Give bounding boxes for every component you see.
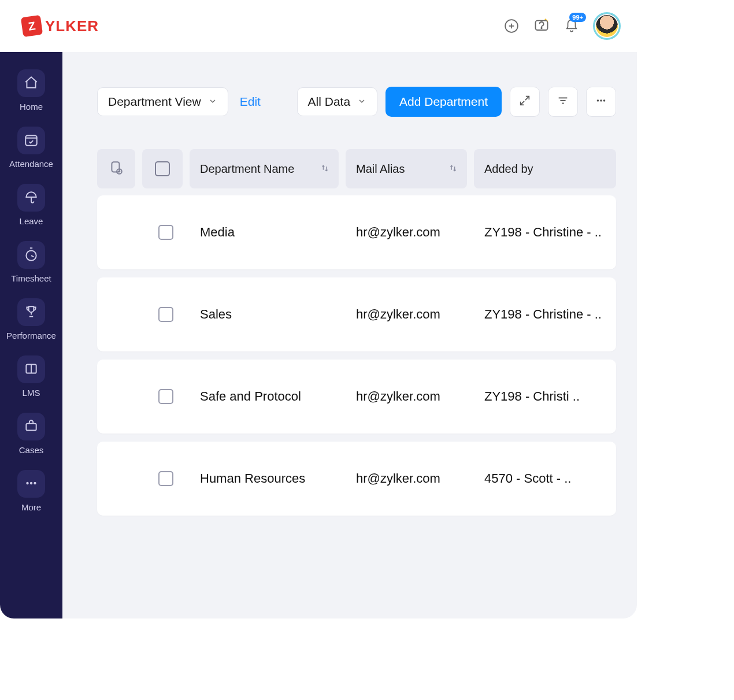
chevron-down-icon xyxy=(357,95,366,109)
sidebar-item-cases[interactable]: Cases xyxy=(3,412,59,462)
brand-badge-icon: Z xyxy=(21,15,43,37)
svg-rect-18 xyxy=(112,162,119,172)
svg-point-11 xyxy=(34,482,36,484)
svg-point-15 xyxy=(597,99,599,102)
table-row[interactable]: Media hr@zylker.com ZY198 - Christine - … xyxy=(97,195,616,269)
row-checkbox[interactable] xyxy=(158,225,173,240)
cell-added-by: ZY198 - Christine - .. xyxy=(474,225,616,240)
cell-mail-alias: hr@zylker.com xyxy=(346,389,474,404)
stopwatch-icon xyxy=(24,247,39,264)
sidebar-item-label: Home xyxy=(20,102,43,112)
filter-button[interactable] xyxy=(548,87,578,117)
row-checkbox[interactable] xyxy=(158,471,173,486)
svg-point-4 xyxy=(541,28,542,28)
main: Home Attendance Leave Timesheet xyxy=(0,52,637,618)
cell-department-name: Safe and Protocol xyxy=(190,389,346,404)
app-frame: Z YLKER 99+ Home xyxy=(0,0,637,618)
sort-icon xyxy=(448,162,458,176)
svg-rect-5 xyxy=(25,135,37,145)
column-label: Mail Alias xyxy=(356,162,405,176)
cell-department-name: Sales xyxy=(190,307,346,322)
sidebar: Home Attendance Leave Timesheet xyxy=(0,52,62,618)
column-label: Department Name xyxy=(200,162,294,176)
svg-point-16 xyxy=(600,99,602,102)
sidebar-item-label: Timesheet xyxy=(11,273,51,283)
view-selector-label: Department View xyxy=(108,95,201,109)
sidebar-item-label: Cases xyxy=(19,445,44,455)
sidebar-item-leave[interactable]: Leave xyxy=(3,183,59,233)
column-header-select[interactable] xyxy=(142,149,183,188)
sidebar-item-label: Performance xyxy=(6,331,56,340)
sidebar-item-timesheet[interactable]: Timesheet xyxy=(3,240,59,290)
cell-mail-alias: hr@zylker.com xyxy=(346,225,474,240)
cell-added-by: 4570 - Scott - .. xyxy=(474,471,616,486)
data-filter-label: All Data xyxy=(308,95,351,109)
sidebar-item-label: Leave xyxy=(20,216,43,226)
notifications-icon[interactable]: 99+ xyxy=(563,17,580,35)
data-filter-selector[interactable]: All Data xyxy=(297,87,378,116)
row-checkbox[interactable] xyxy=(158,389,173,404)
column-header-added-by[interactable]: Added by xyxy=(474,149,616,188)
table-row[interactable]: Human Resources hr@zylker.com 4570 - Sco… xyxy=(97,442,616,516)
sidebar-item-label: Attendance xyxy=(9,159,53,169)
view-selector[interactable]: Department View xyxy=(97,87,228,116)
filter-icon xyxy=(557,94,569,109)
sidebar-item-home[interactable]: Home xyxy=(3,68,59,118)
more-actions-button[interactable] xyxy=(586,87,616,117)
avatar[interactable] xyxy=(593,12,621,40)
brand-name: YLKER xyxy=(45,17,99,35)
svg-point-17 xyxy=(603,99,606,102)
chevron-down-icon xyxy=(208,95,217,109)
cell-mail-alias: hr@zylker.com xyxy=(346,471,474,486)
column-header-mail-alias[interactable]: Mail Alias xyxy=(346,149,467,188)
toolbar: Department View Edit All Data Add Depart… xyxy=(97,87,616,117)
expand-icon xyxy=(518,94,531,109)
sidebar-item-attendance[interactable]: Attendance xyxy=(3,125,59,176)
sidebar-item-label: More xyxy=(21,502,41,512)
sort-icon xyxy=(320,162,329,176)
cell-added-by: ZY198 - Christine - .. xyxy=(474,307,616,322)
column-header-department-name[interactable]: Department Name xyxy=(190,149,339,188)
table-row[interactable]: Safe and Protocol hr@zylker.com ZY198 - … xyxy=(97,360,616,434)
sidebar-item-more[interactable]: More xyxy=(3,469,59,519)
content: Department View Edit All Data Add Depart… xyxy=(62,52,637,618)
cell-department-name: Human Resources xyxy=(190,471,346,486)
svg-point-9 xyxy=(26,482,28,484)
brand-logo[interactable]: Z YLKER xyxy=(22,16,99,36)
more-horizontal-icon xyxy=(595,94,607,109)
table-row[interactable]: Sales hr@zylker.com ZY198 - Christine - … xyxy=(97,277,616,351)
header-actions: 99+ xyxy=(503,12,621,40)
column-header-status[interactable] xyxy=(97,149,135,188)
cell-mail-alias: hr@zylker.com xyxy=(346,307,474,322)
svg-point-10 xyxy=(30,482,32,484)
calendar-check-icon xyxy=(24,132,39,149)
table-header: Department Name Mail Alias Added by xyxy=(97,149,616,188)
cell-department-name: Media xyxy=(190,225,346,240)
cell-added-by: ZY198 - Christi .. xyxy=(474,389,616,404)
add-department-button[interactable]: Add Department xyxy=(385,87,502,117)
help-icon[interactable] xyxy=(533,17,550,35)
app-header: Z YLKER 99+ xyxy=(0,0,637,52)
svg-rect-8 xyxy=(26,423,36,430)
select-all-checkbox[interactable] xyxy=(155,161,170,176)
column-label: Added by xyxy=(484,162,533,176)
expand-button[interactable] xyxy=(510,87,540,117)
home-icon xyxy=(24,75,39,92)
status-column-icon xyxy=(109,160,124,178)
sidebar-item-lms[interactable]: LMS xyxy=(3,354,59,405)
trophy-icon xyxy=(24,304,39,321)
briefcase-icon xyxy=(24,418,39,435)
row-checkbox[interactable] xyxy=(158,307,173,322)
umbrella-icon xyxy=(24,190,39,206)
sidebar-item-performance[interactable]: Performance xyxy=(3,297,59,347)
sidebar-item-label: LMS xyxy=(23,388,40,398)
more-icon xyxy=(24,476,39,492)
edit-link[interactable]: Edit xyxy=(240,95,261,109)
book-icon xyxy=(24,361,39,378)
add-icon[interactable] xyxy=(503,17,520,35)
notification-badge: 99+ xyxy=(569,13,586,22)
